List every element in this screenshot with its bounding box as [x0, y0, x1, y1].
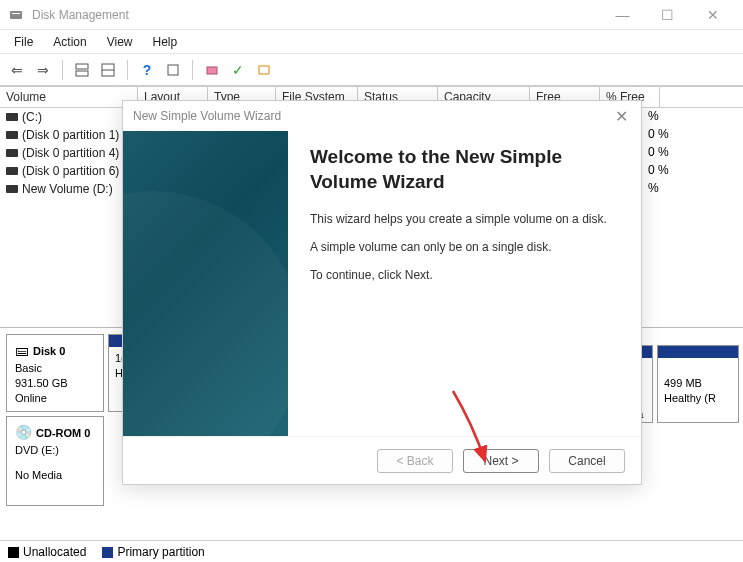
close-button[interactable]: ✕ — [690, 0, 735, 30]
cancel-button[interactable]: Cancel — [549, 449, 625, 473]
volume-name: New Volume (D:) — [22, 182, 113, 196]
disk-type: Basic — [15, 361, 95, 376]
wizard-dialog: New Simple Volume Wizard ✕ Welcome to th… — [122, 100, 642, 485]
menu-file[interactable]: File — [4, 33, 43, 51]
menu-action[interactable]: Action — [43, 33, 96, 51]
refresh-icon[interactable] — [162, 59, 184, 81]
swatch-unallocated — [8, 547, 19, 558]
cdrom-info-panel[interactable]: 💿CD-ROM 0 DVD (E:) No Media — [6, 416, 104, 506]
legend-primary: Primary partition — [117, 545, 204, 559]
action3-icon[interactable] — [253, 59, 275, 81]
disk-icon: 🖴 — [15, 342, 29, 358]
menu-help[interactable]: Help — [143, 33, 188, 51]
window-title: Disk Management — [32, 8, 600, 22]
wizard-content: Welcome to the New Simple Volume Wizard … — [288, 131, 641, 436]
legend: Unallocated Primary partition — [0, 540, 743, 562]
minimize-button[interactable]: — — [600, 0, 645, 30]
drive-icon — [6, 113, 18, 121]
separator — [62, 60, 63, 80]
maximize-button[interactable]: ☐ — [645, 0, 690, 30]
wizard-title: New Simple Volume Wizard — [133, 109, 281, 123]
action1-icon[interactable] — [201, 59, 223, 81]
drive-icon — [6, 167, 18, 175]
back-icon[interactable]: ⇐ — [6, 59, 28, 81]
disk-status: Online — [15, 391, 95, 406]
forward-icon[interactable]: ⇒ — [32, 59, 54, 81]
volume-name: (Disk 0 partition 6) — [22, 164, 119, 178]
view-top-icon[interactable] — [71, 59, 93, 81]
wizard-titlebar: New Simple Volume Wizard ✕ — [123, 101, 641, 131]
wizard-text: A simple volume can only be on a single … — [310, 240, 619, 254]
separator — [192, 60, 193, 80]
volume-name: (C:) — [22, 110, 42, 124]
cdrom-icon: 💿 — [15, 424, 32, 440]
view-bottom-icon[interactable] — [97, 59, 119, 81]
wizard-footer: < Back Next > Cancel — [123, 436, 641, 484]
app-icon — [8, 7, 24, 23]
help-icon[interactable]: ? — [136, 59, 158, 81]
svg-rect-0 — [10, 11, 22, 19]
swatch-primary — [102, 547, 113, 558]
close-icon[interactable]: ✕ — [611, 107, 631, 126]
next-button[interactable]: Next > — [463, 449, 539, 473]
volume-name: (Disk 0 partition 4) — [22, 146, 119, 160]
pctfree-peek: % 0 % 0 % 0 % % — [648, 107, 669, 197]
wizard-heading: Welcome to the New Simple Volume Wizard — [310, 145, 619, 194]
svg-rect-7 — [207, 67, 217, 74]
wizard-text: To continue, click Next. — [310, 268, 619, 282]
action2-icon[interactable]: ✓ — [227, 59, 249, 81]
disk-name: Disk 0 — [33, 345, 65, 357]
back-button: < Back — [377, 449, 453, 473]
window-titlebar: Disk Management — ☐ ✕ — [0, 0, 743, 30]
svg-rect-1 — [12, 13, 20, 14]
svg-rect-8 — [259, 66, 269, 74]
volume-name: (Disk 0 partition 1) — [22, 128, 119, 142]
drive-icon — [6, 149, 18, 157]
wizard-sidebar-graphic — [123, 131, 288, 436]
menu-bar: File Action View Help — [0, 30, 743, 54]
svg-rect-3 — [76, 71, 88, 76]
toolbar: ⇐ ⇒ ? ✓ — [0, 54, 743, 86]
legend-unallocated: Unallocated — [23, 545, 86, 559]
drive-icon — [6, 185, 18, 193]
wizard-text: This wizard helps you create a simple vo… — [310, 212, 619, 226]
cdrom-drive: DVD (E:) — [15, 443, 95, 458]
svg-rect-6 — [168, 65, 178, 75]
svg-rect-2 — [76, 64, 88, 69]
separator — [127, 60, 128, 80]
partition[interactable]: 499 MB Healthy (R — [657, 345, 739, 423]
disk-info-panel[interactable]: 🖴Disk 0 Basic 931.50 GB Online — [6, 334, 104, 412]
disk-size: 931.50 GB — [15, 376, 95, 391]
drive-icon — [6, 131, 18, 139]
cdrom-status: No Media — [15, 468, 95, 483]
cdrom-name: CD-ROM 0 — [36, 427, 90, 439]
menu-view[interactable]: View — [97, 33, 143, 51]
col-volume[interactable]: Volume — [0, 87, 138, 107]
